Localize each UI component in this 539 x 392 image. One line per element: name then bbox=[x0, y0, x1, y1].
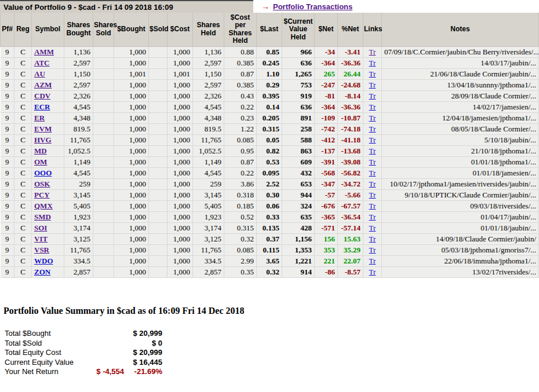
tr-link[interactable]: Tr bbox=[369, 124, 376, 133]
symbol-link[interactable]: EVM bbox=[34, 124, 52, 133]
cell-reg: C bbox=[14, 57, 32, 68]
tr-link[interactable]: Tr bbox=[369, 268, 376, 276]
tr-link[interactable]: Tr bbox=[369, 102, 376, 111]
cell-link: Tr bbox=[363, 244, 382, 255]
tr-link[interactable]: Tr bbox=[369, 235, 376, 243]
tr-link[interactable]: Tr bbox=[369, 168, 376, 177]
symbol-link[interactable]: OM bbox=[34, 157, 47, 166]
cell-shares_held: 4,545 bbox=[193, 101, 224, 112]
tr-link[interactable]: Tr bbox=[369, 58, 376, 67]
cell-sold bbox=[149, 101, 167, 112]
cell-bought: 1,000 bbox=[114, 167, 149, 178]
tr-link[interactable]: Tr bbox=[369, 257, 376, 265]
cell-pct_net: -67.57 bbox=[338, 200, 363, 211]
cell-notes: 22/06/18/immuha/jpthoma1/... bbox=[382, 255, 539, 266]
portfolio-transactions-link[interactable]: Portfolio Transactions bbox=[273, 2, 352, 11]
cell-reg: C bbox=[14, 101, 32, 112]
cell-net: -742 bbox=[315, 123, 338, 134]
cell-net: -571 bbox=[315, 222, 338, 233]
tr-link[interactable]: Tr bbox=[369, 202, 376, 210]
table-row: 9CATC2,5971,0001,0002,5970.3850.245636-3… bbox=[1, 57, 539, 68]
cell-shares_bought: 3,145 bbox=[64, 189, 93, 200]
cell-shares_held: 3,145 bbox=[193, 189, 224, 200]
cell-cost_per_share: 0.385 bbox=[224, 57, 257, 68]
cell-sold bbox=[149, 79, 167, 90]
column-header-symbol: Symbol bbox=[32, 13, 64, 46]
cell-bought: 1,000 bbox=[114, 222, 149, 233]
tr-link[interactable]: Tr bbox=[369, 91, 376, 100]
cell-cost_per_share: 0.385 bbox=[224, 79, 257, 90]
summary-title: Portfolio Value Summary in $cad as of 16… bbox=[3, 306, 539, 316]
summary-value: $ 0 bbox=[125, 338, 163, 347]
summary-value: $ 20,999 bbox=[125, 329, 163, 338]
cell-pct_net: -39.08 bbox=[338, 156, 363, 167]
cell-notes: 12/04/18/jamesien/jpthoma1/... bbox=[382, 112, 539, 123]
tr-link[interactable]: Tr bbox=[369, 213, 376, 221]
cell-bought: 1,001 bbox=[114, 68, 149, 79]
cell-cost: 1,000 bbox=[167, 90, 193, 101]
cell-pf: 9 bbox=[1, 101, 14, 112]
cell-last: 2.52 bbox=[257, 178, 282, 189]
cell-net: -676 bbox=[315, 200, 338, 211]
cell-link: Tr bbox=[363, 156, 382, 167]
cell-shares_sold bbox=[93, 222, 114, 233]
cell-last: 0.14 bbox=[257, 101, 282, 112]
cell-reg: C bbox=[14, 266, 32, 277]
tr-link[interactable]: Tr bbox=[369, 157, 376, 166]
cell-shares_held: 5,405 bbox=[193, 200, 224, 211]
symbol-link[interactable]: AZM bbox=[34, 80, 52, 89]
tr-link[interactable]: Tr bbox=[369, 47, 376, 56]
column-header-pf: Pf# bbox=[1, 13, 14, 46]
cell-current_value: 944 bbox=[282, 189, 315, 200]
cell-net: -137 bbox=[315, 145, 338, 156]
cell-current_value: 428 bbox=[282, 222, 315, 233]
cell-notes: 08/05/18/Claude Cormier/... bbox=[382, 123, 539, 134]
tr-link[interactable]: Tr bbox=[369, 224, 376, 232]
tr-link[interactable]: Tr bbox=[369, 246, 376, 254]
symbol-link[interactable]: ECR bbox=[34, 102, 50, 111]
symbol-link[interactable]: ATC bbox=[34, 58, 49, 67]
cell-cost_per_share: 0.315 bbox=[224, 222, 257, 233]
symbol-link[interactable]: ER bbox=[34, 113, 45, 122]
cell-pct_net: 35.29 bbox=[338, 244, 363, 255]
symbol-link[interactable]: ZON bbox=[34, 268, 50, 276]
cell-last: 0.315 bbox=[257, 123, 282, 134]
symbol-link[interactable]: OOO bbox=[34, 168, 52, 177]
symbol-link[interactable]: QMX bbox=[34, 202, 53, 210]
cell-shares_held: 1,150 bbox=[193, 68, 224, 79]
symbol-link[interactable]: OSK bbox=[34, 179, 50, 188]
symbol-link[interactable]: SMD bbox=[34, 213, 51, 221]
symbol-link[interactable]: AMM bbox=[34, 47, 54, 56]
cell-pf: 9 bbox=[1, 233, 14, 244]
tr-link[interactable]: Tr bbox=[369, 80, 376, 89]
cell-current_value: 258 bbox=[282, 123, 315, 134]
cell-bought: 1,000 bbox=[114, 211, 149, 222]
symbol-link[interactable]: PCY bbox=[34, 190, 50, 199]
cell-shares_held: 1,136 bbox=[193, 46, 224, 57]
symbol-link[interactable]: AU bbox=[34, 69, 45, 78]
symbol-link[interactable]: VSR bbox=[34, 246, 49, 254]
symbol-link[interactable]: SOI bbox=[34, 224, 47, 232]
tr-link[interactable]: Tr bbox=[369, 179, 376, 188]
tr-link[interactable]: Tr bbox=[369, 135, 376, 144]
tr-link[interactable]: Tr bbox=[369, 146, 376, 155]
cell-notes: 01/01/18/jaubin/... bbox=[382, 222, 539, 233]
cell-bought: 1,000 bbox=[114, 145, 149, 156]
cell-pf: 9 bbox=[1, 255, 14, 266]
cell-shares_bought: 3,125 bbox=[64, 233, 93, 244]
tr-link[interactable]: Tr bbox=[369, 113, 376, 122]
symbol-link[interactable]: CDV bbox=[34, 91, 50, 100]
tr-link[interactable]: Tr bbox=[369, 190, 376, 199]
tr-link[interactable]: Tr bbox=[369, 69, 376, 78]
cell-sold bbox=[149, 145, 167, 156]
cell-sold bbox=[149, 200, 167, 211]
cell-sold bbox=[149, 211, 167, 222]
symbol-link[interactable]: MD bbox=[34, 146, 47, 155]
cell-shares_sold bbox=[93, 189, 114, 200]
cell-pct_net: -8.57 bbox=[338, 266, 363, 277]
cell-pf: 9 bbox=[1, 145, 14, 156]
symbol-link[interactable]: VIT bbox=[34, 235, 48, 243]
symbol-link[interactable]: HVG bbox=[34, 135, 52, 144]
symbol-link[interactable]: WDO bbox=[34, 257, 53, 265]
column-header-shares_held: Shares Held bbox=[193, 13, 224, 46]
